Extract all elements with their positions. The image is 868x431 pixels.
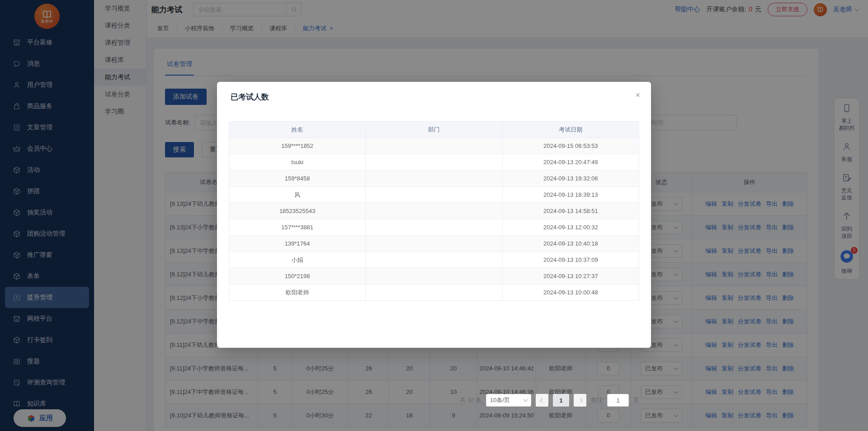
taker-name-cell: 150*2198 (229, 268, 366, 284)
taker-row: 159*8458 2024-09-13 19:32:06 (229, 171, 639, 187)
taker-name-cell: 159*8458 (229, 171, 366, 187)
taker-row: 159****1852 2024-09-15 06:53:53 (229, 138, 639, 154)
taker-row: 150*2198 2024-09-13 10:27:37 (229, 268, 639, 284)
taker-dept-cell (366, 236, 502, 252)
taker-name-cell: 风 (229, 187, 366, 203)
taker-date-cell: 2024-09-13 10:00:48 (502, 284, 639, 301)
taker-date-cell: 2024-09-13 19:32:06 (502, 171, 639, 187)
taker-name-cell: 小娟 (229, 252, 366, 268)
dialog-title: 已考试人数 (231, 92, 269, 102)
taker-date-cell: 2024-09-13 12:00:32 (502, 219, 639, 236)
taker-date-cell: 2024-09-13 10:27:37 (502, 268, 639, 284)
arrow-left-icon (540, 398, 544, 403)
taker-name-cell: 157****3881 (229, 219, 366, 236)
chevron-down-icon (524, 398, 528, 402)
goto-label: 前往 (591, 396, 603, 404)
taker-name-cell: tsuki (229, 154, 366, 171)
taker-dept-cell (366, 138, 502, 154)
taker-row: 小娟 2024-09-13 10:37:09 (229, 252, 639, 268)
taker-dept-cell (366, 171, 502, 187)
arrow-right-icon (578, 398, 582, 403)
taker-name-cell: 欧阳老师 (229, 284, 366, 301)
taker-dept-cell (366, 268, 502, 284)
prev-page-button[interactable] (536, 394, 548, 407)
taker-row: 139*1764 2024-09-13 10:40:18 (229, 236, 639, 252)
taker-date-cell: 2024-09-13 20:47:49 (502, 154, 639, 171)
taker-row: 18523525543 2024-09-13 14:58:51 (229, 203, 639, 219)
total-count: 共 10 条 (460, 396, 481, 404)
goto-unit: 页 (633, 396, 639, 404)
taker-name-cell: 139*1764 (229, 236, 366, 252)
close-icon[interactable]: × (635, 91, 640, 99)
page-size-value: 10条/页 (490, 396, 510, 404)
taker-date-cell: 2024-09-15 06:53:53 (502, 138, 639, 154)
taker-row: tsuki 2024-09-13 20:47:49 (229, 154, 639, 171)
taker-name-cell: 159****1852 (229, 138, 366, 154)
taker-row: 风 2024-09-13 18:39:13 (229, 187, 639, 203)
next-page-button[interactable] (574, 394, 586, 407)
exam-takers-table: 姓名部门考试日期 159****1852 2024-09-15 06:53:53… (229, 121, 639, 301)
goto-page-input[interactable] (607, 394, 629, 407)
taker-dept-cell (366, 284, 502, 301)
takers-header: 部门 (366, 122, 502, 138)
page-size-select[interactable]: 10条/页 (486, 394, 531, 407)
takers-header-row: 姓名部门考试日期 (229, 122, 639, 138)
taker-dept-cell (366, 187, 502, 203)
taker-date-cell: 2024-09-13 10:40:18 (502, 236, 639, 252)
taker-dept-cell (366, 219, 502, 236)
taker-date-cell: 2024-09-13 18:39:13 (502, 187, 639, 203)
taker-name-cell: 18523525543 (229, 203, 366, 219)
takers-header: 考试日期 (502, 122, 639, 138)
taker-dept-cell (366, 252, 502, 268)
taker-date-cell: 2024-09-13 10:37:09 (502, 252, 639, 268)
taker-dept-cell (366, 154, 502, 171)
taker-dept-cell (366, 203, 502, 219)
taker-row: 157****3881 2024-09-13 12:00:32 (229, 219, 639, 236)
exam-takers-dialog: 已考试人数 × 姓名部门考试日期 159****1852 2024-09-15 … (217, 82, 651, 348)
current-page[interactable]: 1 (553, 394, 569, 407)
taker-row: 欧阳老师 2024-09-13 10:00:48 (229, 284, 639, 301)
pagination: 共 10 条 10条/页 1 前往 页 (460, 394, 639, 407)
takers-header: 姓名 (229, 122, 366, 138)
taker-date-cell: 2024-09-13 14:58:51 (502, 203, 639, 219)
